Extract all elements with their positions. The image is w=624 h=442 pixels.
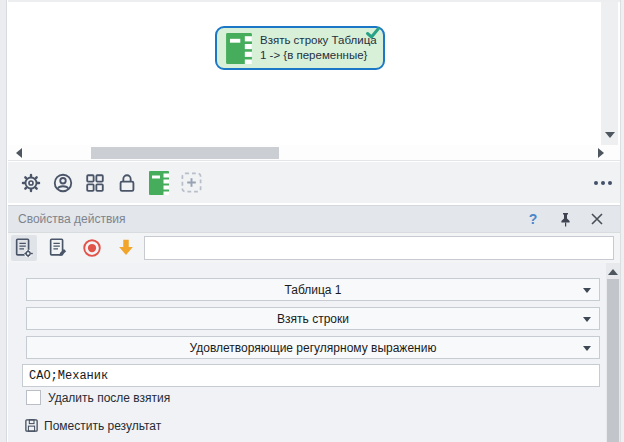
table-select[interactable]: Таблица 1	[26, 278, 600, 301]
user-icon	[52, 172, 74, 194]
action-properties-button[interactable]	[11, 235, 37, 261]
scroll-right-icon[interactable]	[598, 148, 604, 158]
delete-after-label: Удалить после взятия	[48, 391, 170, 405]
scroll-up-icon[interactable]	[608, 269, 618, 275]
properties-panel-header: Свойства действия ?	[8, 205, 620, 233]
close-button[interactable]	[584, 209, 610, 229]
canvas-toolbar	[8, 162, 620, 203]
chevron-down-icon	[583, 288, 591, 293]
search-input[interactable]	[144, 236, 614, 260]
place-result-label: Поместить результат	[44, 419, 161, 433]
doc-gear-icon	[13, 237, 35, 259]
properties-content: Таблица 1 Взять строки Удовлетворяющие р…	[8, 263, 620, 442]
delete-after-checkbox-row[interactable]: Удалить после взятия	[26, 390, 170, 405]
regex-input[interactable]	[22, 364, 600, 387]
pin-icon	[559, 212, 572, 227]
scroll-left-icon[interactable]	[16, 148, 22, 158]
lock-button[interactable]	[112, 168, 142, 198]
table-button[interactable]	[144, 168, 174, 198]
close-icon	[591, 213, 603, 225]
canvas-horizontal-scrollbar[interactable]	[8, 145, 620, 161]
left-splitter[interactable]	[0, 0, 7, 442]
doc-pencil-icon	[47, 237, 69, 259]
record-button[interactable]	[79, 235, 105, 261]
more-options-icon[interactable]	[594, 181, 612, 185]
delete-after-checkbox[interactable]	[26, 390, 41, 405]
place-result-row[interactable]: Поместить результат	[24, 418, 161, 433]
panel-title: Свойства действия	[18, 212, 514, 226]
action-select[interactable]: Взять строки	[26, 307, 600, 330]
apps-grid-button[interactable]	[80, 168, 110, 198]
table-icon	[149, 171, 169, 195]
flow-node-take-row[interactable]: Взять строку Таблица 1 -> {в переменные}	[215, 26, 385, 70]
gear-icon	[20, 172, 42, 194]
help-icon: ?	[529, 211, 538, 227]
record-icon	[81, 237, 103, 259]
vscroll-thumb[interactable]	[607, 279, 619, 442]
right-splitter[interactable]	[620, 0, 624, 442]
action-edit-button[interactable]	[45, 235, 71, 261]
table-select-value: Таблица 1	[284, 283, 341, 297]
rpa-studio-window: Взять строку Таблица 1 -> {в переменные}	[0, 0, 624, 442]
properties-toolbar	[8, 233, 620, 263]
action-select-value: Взять строки	[277, 312, 349, 326]
apps-grid-icon	[84, 172, 106, 194]
condition-select-value: Удовлетворяющие регулярному выражению	[190, 341, 437, 355]
condition-select[interactable]: Удовлетворяющие регулярному выражению	[26, 336, 600, 359]
add-region-button[interactable]	[176, 168, 206, 198]
down-arrow-icon	[115, 237, 137, 259]
help-button[interactable]: ?	[520, 209, 546, 229]
main-area: Взять строку Таблица 1 -> {в переменные}	[8, 0, 620, 442]
chevron-down-icon	[583, 317, 591, 322]
scroll-down-icon[interactable]	[605, 132, 615, 138]
checkmark-icon	[365, 26, 381, 40]
flow-canvas[interactable]: Взять строку Таблица 1 -> {в переменные}	[8, 0, 620, 145]
properties-vertical-scrollbar[interactable]	[606, 263, 620, 442]
table-icon	[226, 33, 252, 64]
settings-button[interactable]	[16, 168, 46, 198]
pin-button[interactable]	[552, 209, 578, 229]
add-region-dashed-plus-icon	[180, 171, 203, 194]
hscroll-thumb[interactable]	[91, 147, 279, 159]
save-icon	[24, 418, 39, 433]
jump-down-button[interactable]	[113, 235, 139, 261]
node-label: Взять строку Таблица 1 -> {в переменные}	[260, 33, 377, 63]
chevron-down-icon	[583, 346, 591, 351]
canvas-vertical-scrollbar[interactable]	[601, 2, 618, 146]
lock-icon	[116, 172, 138, 194]
user-button[interactable]	[48, 168, 78, 198]
